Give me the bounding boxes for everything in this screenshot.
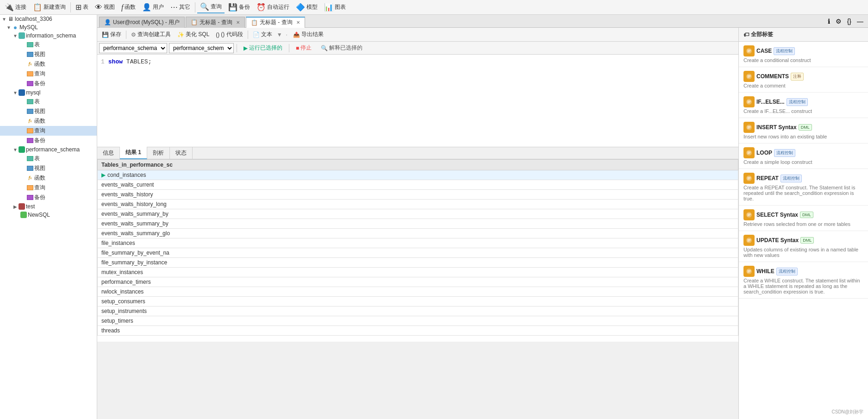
- sidebar-item-mysql-view[interactable]: 视图: [0, 106, 97, 116]
- table-row[interactable]: performance_timers: [98, 277, 738, 287]
- connect-btn[interactable]: 🔌 连接: [2, 1, 29, 13]
- sidebar-item-perf-query[interactable]: 查询: [0, 183, 97, 193]
- tab-profile[interactable]: 剖析: [147, 147, 170, 159]
- table-row[interactable]: file_instances: [98, 238, 738, 248]
- tab-query1[interactable]: 📋 无标题 - 查询 ✕: [186, 17, 245, 28]
- view-btn[interactable]: 👁 视图: [92, 2, 118, 13]
- table-row[interactable]: file_summary_by_event_na: [98, 248, 738, 258]
- backup-btn[interactable]: 💾 备份: [225, 1, 253, 13]
- tab-query2[interactable]: 📋 无标题 - 查询 ✕: [246, 17, 305, 28]
- backup-icon-2: [26, 138, 34, 144]
- text-btn[interactable]: 📄 文本: [250, 29, 275, 40]
- main-layout: ▼ 🖥 localhost_3306 ▼ ● MySQL ▼ informati…: [0, 15, 868, 419]
- query1-close[interactable]: ✕: [236, 20, 240, 25]
- snippet-item-update[interactable]: UPDATE Syntax DML Updates columns of exi…: [739, 231, 868, 262]
- beautify-btn[interactable]: ✨ 美化 SQL: [175, 29, 212, 40]
- table-row[interactable]: setup_instruments: [98, 306, 738, 316]
- snippet-item-while[interactable]: WHILE 流程控制 Create a WHILE construct. The…: [739, 262, 868, 299]
- table-btn[interactable]: ⊞ 表: [73, 1, 91, 13]
- model-btn[interactable]: 🔷 模型: [293, 1, 320, 13]
- table-row[interactable]: events_waits_summary_glo: [98, 229, 738, 238]
- expand-arrow-test[interactable]: ▶: [13, 204, 18, 209]
- stop-btn[interactable]: ■ 停止: [292, 43, 315, 53]
- sidebar-item-is-backup[interactable]: 备份: [0, 79, 97, 88]
- func-icon: fx: [26, 61, 34, 68]
- table-row[interactable]: events_waits_summary_by: [98, 209, 738, 219]
- query2-close[interactable]: ✕: [296, 20, 300, 25]
- snippet-item-insert[interactable]: INSERT Syntax DML Insert new rows into a…: [739, 118, 868, 144]
- chart-btn[interactable]: 📊 图表: [321, 1, 349, 13]
- sidebar-item-localhost[interactable]: ▼ 🖥 localhost_3306: [0, 15, 97, 23]
- sidebar-item-mysql-table[interactable]: 表: [0, 97, 97, 106]
- table-row[interactable]: ▶cond_instances: [98, 170, 738, 180]
- save-button[interactable]: 💾 保存: [99, 29, 124, 40]
- code-snippet-btn[interactable]: () () 代码段: [213, 29, 245, 40]
- sidebar-item-is-func[interactable]: fx 函数: [0, 59, 97, 69]
- tab-results[interactable]: 结果 1: [120, 147, 147, 159]
- export-btn[interactable]: 📤 导出结果: [290, 29, 326, 40]
- table-row[interactable]: events_waits_history_long: [98, 200, 738, 209]
- sidebar-item-mysql-func[interactable]: fx 函数: [0, 116, 97, 126]
- snippet-item-case[interactable]: CASE 流程控制 Create a conditional construct: [739, 42, 868, 67]
- function-btn[interactable]: f 函数: [119, 2, 138, 13]
- table-row[interactable]: threads: [98, 326, 738, 336]
- user-btn[interactable]: 👤 用户: [139, 1, 167, 13]
- tab-info[interactable]: 信息: [97, 147, 120, 159]
- sidebar-item-mysql-db[interactable]: ▼ mysql: [0, 88, 97, 97]
- dash-btn[interactable]: —: [854, 17, 866, 26]
- other-btn[interactable]: ⋯ 其它: [168, 1, 193, 13]
- sidebar-item-is-view[interactable]: 视图: [0, 50, 97, 59]
- settings-btn[interactable]: ⚙: [833, 17, 844, 26]
- sidebar-item-mysql-query[interactable]: 查询: [0, 126, 97, 136]
- query-builder-btn[interactable]: ⚙ 查询创建工具: [128, 29, 174, 40]
- table-row[interactable]: events_waits_history: [98, 190, 738, 200]
- table-row[interactable]: file_summary_by_instance: [98, 258, 738, 268]
- snippet-item-repeat[interactable]: REPEAT 流程控制 Create a REPEAT construct. T…: [739, 169, 868, 206]
- sidebar-item-is-table[interactable]: 表: [0, 40, 97, 50]
- db-select[interactable]: MySQL information_schema performance_sch…: [99, 43, 167, 53]
- expand-arrow-perf[interactable]: ▼: [13, 147, 18, 152]
- separator-1: [70, 2, 71, 13]
- snippet-item-select[interactable]: SELECT Syntax DML Retrieve rows selected…: [739, 206, 868, 231]
- snippet-item-loop[interactable]: LOOP 流程控制 Create a simple loop construct: [739, 144, 868, 169]
- schema-select[interactable]: performance_schem: [169, 43, 234, 53]
- snippet-item-if-else[interactable]: IF...ELSE... 流程控制 Create a IF...ELSE... …: [739, 93, 868, 118]
- tab-user[interactable]: 👤 User@root (MySQL) - 用户: [99, 17, 185, 28]
- expand-arrow-mysql-db[interactable]: ▼: [13, 90, 18, 95]
- sidebar-item-mysql-backup[interactable]: 备份: [0, 136, 97, 145]
- table-row[interactable]: rwlock_instances: [98, 287, 738, 297]
- expand-arrow[interactable]: ▼: [2, 17, 6, 22]
- run-selected-btn[interactable]: ▶ 运行已选择的: [240, 43, 286, 53]
- sidebar-item-information-schema[interactable]: ▼ information_schema: [0, 31, 97, 40]
- user-tab-label: User@root (MySQL) - 用户: [113, 19, 180, 26]
- sidebar-item-perf-schema[interactable]: ▼ performance_schema: [0, 145, 97, 154]
- query-btn[interactable]: 🔍 查询: [197, 1, 225, 13]
- brackets-btn[interactable]: {}: [844, 17, 854, 26]
- sidebar-item-perf-table[interactable]: 表: [0, 154, 97, 163]
- expand-arrow-is[interactable]: ▼: [13, 33, 18, 38]
- expand-arrow-mysql[interactable]: ▼: [6, 25, 11, 30]
- sidebar-item-is-query[interactable]: 查询: [0, 69, 97, 79]
- table-row[interactable]: mutex_instances: [98, 268, 738, 277]
- table-row[interactable]: events_waits_summary_by: [98, 219, 738, 229]
- autorun-btn[interactable]: ⏰ 自动运行: [254, 1, 292, 13]
- table-row[interactable]: setup_consumers: [98, 297, 738, 306]
- tab-status[interactable]: 状态: [170, 147, 193, 159]
- sidebar-item-perf-func[interactable]: fx 函数: [0, 173, 97, 183]
- sidebar-item-mysql[interactable]: ▼ ● MySQL: [0, 23, 97, 31]
- code-editor: 1 show TABLES;: [97, 55, 738, 147]
- sidebar-item-perf-backup[interactable]: 备份: [0, 193, 97, 202]
- snippet-item-comments[interactable]: COMMENTS 注释 Create a comment: [739, 67, 868, 93]
- new-query-btn[interactable]: 📋 新建查询: [30, 1, 69, 13]
- code-content[interactable]: show TABLES;: [108, 58, 735, 143]
- table-row[interactable]: events_waits_current: [98, 180, 738, 190]
- sidebar-item-perf-view[interactable]: 视图: [0, 163, 97, 173]
- snippet-name: REPEAT: [756, 175, 779, 181]
- explain-btn[interactable]: 🔍 解释已选择的: [317, 43, 366, 53]
- table-row[interactable]: setup_timers: [98, 316, 738, 326]
- snippet-name: UPDATE Syntax: [756, 237, 799, 244]
- info-btn[interactable]: ℹ: [825, 17, 833, 26]
- sidebar-item-newsql[interactable]: NewSQL: [0, 211, 97, 219]
- db-group-icon: ●: [11, 24, 19, 31]
- sidebar-item-test[interactable]: ▶ test: [0, 202, 97, 211]
